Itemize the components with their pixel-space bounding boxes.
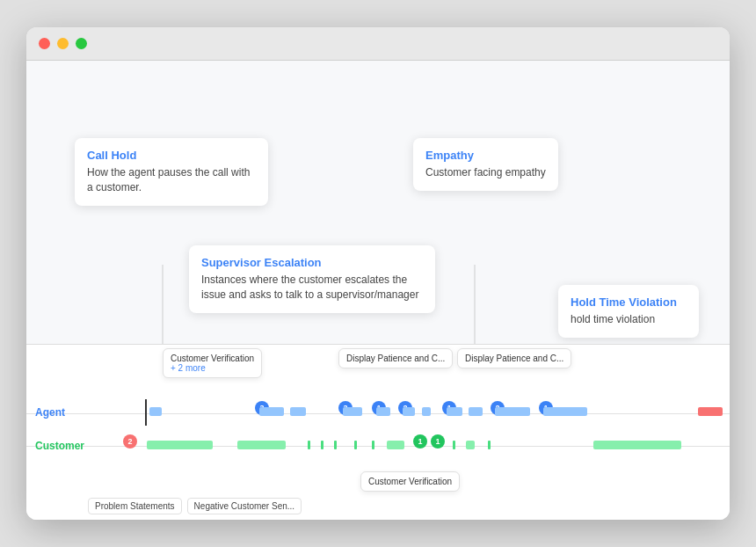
agent-bar-1 [149, 407, 162, 416]
supervisor-title: Supervisor Escalation [201, 256, 423, 269]
hold-violation-card: Hold Time Violation hold time violation [558, 285, 699, 338]
timeline-area: Customer Verification + 2 more Display P… [26, 344, 730, 520]
popup-cv-text: Customer Verification [171, 354, 254, 363]
popup-plus: + 2 more [171, 363, 254, 373]
app-window: Call Hold How the agent pauses the call … [26, 27, 730, 520]
minimize-button[interactable] [57, 38, 69, 49]
label-negative-customer: Negative Customer Sen... [187, 498, 302, 514]
badge-1-customer-green-2: 1 [431, 434, 445, 449]
call-hold-body: How the agent pauses the call with a cus… [87, 165, 256, 195]
customer-track: 2 1 1 [84, 433, 730, 459]
popup-display-patience-2: Display Patience and C... [457, 348, 571, 368]
main-content: Call Hold How the agent pauses the call … [26, 61, 730, 520]
titlebar [26, 27, 730, 61]
agent-bar-9 [469, 407, 483, 416]
customer-bar-4 [466, 441, 475, 449]
agent-bar-4 [343, 407, 362, 416]
bottom-labels: Problem Statements Negative Customer Sen… [84, 494, 730, 520]
agent-track: 3 3 1 2 1 [84, 399, 730, 426]
customer-bar-2 [237, 441, 286, 449]
maximize-button[interactable] [76, 38, 87, 49]
customer-tick-6 [453, 441, 455, 449]
customer-label: Customer [26, 440, 84, 452]
agent-bar-3 [290, 407, 306, 416]
customer-bar-1 [147, 441, 213, 449]
supervisor-body: Instances where the customer escalates t… [201, 273, 423, 303]
customer-tick-4 [354, 441, 357, 449]
customer-tick-5 [372, 441, 374, 449]
call-hold-title: Call Hold [87, 149, 256, 162]
close-button[interactable] [39, 38, 50, 49]
popup-cv2-text: Customer Verification [368, 477, 452, 486]
popup-display-patience-1: Display Patience and C... [338, 348, 453, 368]
agent-bar-8 [447, 407, 462, 416]
supervisor-card: Supervisor Escalation Instances where th… [189, 245, 435, 313]
customer-tick-2 [321, 441, 323, 449]
agent-bar-5 [376, 407, 390, 416]
label-problem-statements: Problem Statements [88, 498, 182, 514]
agent-bar-10 [495, 407, 530, 416]
empathy-body: Customer facing empathy [425, 165, 546, 180]
badge-1-customer-green-1: 1 [413, 434, 427, 449]
agent-bar-11 [543, 407, 587, 416]
hold-violation-body: hold time violation [571, 312, 687, 327]
hold-violation-title: Hold Time Violation [571, 295, 687, 309]
popup-dp1-text: Display Patience and C... [346, 354, 445, 363]
agent-label: Agent [26, 406, 84, 419]
empathy-title: Empathy [425, 149, 546, 162]
agent-bar-red [698, 407, 723, 416]
agent-bar-6 [403, 407, 415, 416]
popup-dp2-text: Display Patience and C... [465, 354, 563, 363]
popup-customer-verification: Customer Verification + 2 more [163, 348, 262, 378]
customer-tick-1 [308, 441, 310, 449]
timeline-inner: Customer Verification + 2 more Display P… [26, 345, 730, 520]
agent-bar-7 [422, 407, 431, 416]
customer-tick-7 [488, 441, 491, 449]
agent-bar-2 [259, 407, 284, 416]
customer-bar-3 [387, 441, 404, 449]
call-hold-card: Call Hold How the agent pauses the call … [75, 138, 268, 206]
empathy-card: Empathy Customer facing empathy [413, 138, 558, 191]
agent-start-line [145, 399, 147, 426]
customer-bar-5 [593, 441, 681, 449]
customer-tick-3 [334, 441, 337, 449]
popup-customer-verification-2: Customer Verification [360, 471, 460, 492]
badge-2-customer-red: 2 [123, 434, 137, 449]
